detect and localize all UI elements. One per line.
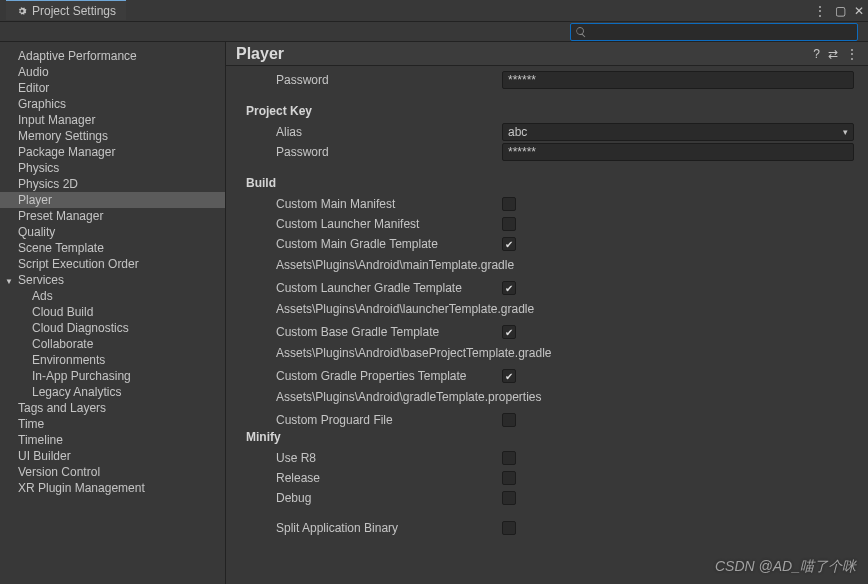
build-option-row: Custom Launcher Gradle Template <box>246 278 854 298</box>
search-row <box>0 22 868 42</box>
close-icon[interactable]: ✕ <box>854 4 864 18</box>
build-option-checkbox[interactable] <box>502 325 516 339</box>
build-option-row: Custom Base Gradle Template <box>246 322 854 342</box>
search-input[interactable] <box>570 23 858 41</box>
sidebar-item[interactable]: Adaptive Performance <box>0 48 225 64</box>
project-key-password-label: Password <box>246 145 502 159</box>
build-option-checkbox[interactable] <box>502 237 516 251</box>
build-option-label: Custom Main Manifest <box>246 197 502 211</box>
sidebar-item-label: Player <box>18 193 52 207</box>
sidebar-item-label: Services <box>18 273 64 287</box>
sidebar-item[interactable]: Player <box>0 192 225 208</box>
split-binary-checkbox[interactable] <box>502 521 516 535</box>
project-key-password-input[interactable]: ****** <box>502 143 854 161</box>
gear-icon <box>16 5 28 17</box>
window-title-label: Project Settings <box>32 4 116 18</box>
project-key-password-row: Password ****** <box>246 142 854 162</box>
build-option-label: Custom Main Gradle Template <box>246 237 502 251</box>
minify-option-checkbox[interactable] <box>502 471 516 485</box>
sidebar-item[interactable]: Version Control <box>0 464 225 480</box>
foldout-icon[interactable]: ▼ <box>5 274 13 290</box>
sidebar-item-label: Version Control <box>18 465 100 479</box>
build-option-label: Custom Base Gradle Template <box>246 325 502 339</box>
build-option-row: Custom Proguard File <box>246 410 854 430</box>
build-heading: Build <box>246 176 854 190</box>
page-header: Player ? ⇄ ⋮ <box>226 42 868 66</box>
build-option-row: Custom Launcher Manifest <box>246 214 854 234</box>
build-option-row: Custom Gradle Properties Template <box>246 366 854 386</box>
sidebar-item[interactable]: Time <box>0 416 225 432</box>
sidebar-item[interactable]: Ads <box>0 288 225 304</box>
sidebar-item-label: Timeline <box>18 433 63 447</box>
sidebar-item[interactable]: Input Manager <box>0 112 225 128</box>
sidebar-item[interactable]: Graphics <box>0 96 225 112</box>
sidebar-item-label: Time <box>18 417 44 431</box>
minify-option-row: Release <box>246 468 854 488</box>
minify-option-checkbox[interactable] <box>502 491 516 505</box>
help-icon[interactable]: ? <box>813 47 820 61</box>
maximize-icon[interactable]: ▢ <box>835 4 846 18</box>
build-option-checkbox[interactable] <box>502 413 516 427</box>
alias-dropdown[interactable]: abc <box>502 123 854 141</box>
sidebar-item[interactable]: Package Manager <box>0 144 225 160</box>
minify-option-row: Debug <box>246 488 854 508</box>
sidebar-item[interactable]: Audio <box>0 64 225 80</box>
sidebar-item[interactable]: Legacy Analytics <box>0 384 225 400</box>
sidebar-item[interactable]: Collaborate <box>0 336 225 352</box>
preset-icon[interactable]: ⇄ <box>828 47 838 61</box>
settings-content: Password ****** Project Key Alias abc Pa… <box>226 66 868 584</box>
sidebar-item[interactable]: XR Plugin Management <box>0 480 225 496</box>
menu-icon[interactable]: ⋮ <box>846 47 858 61</box>
sidebar-item-label: Input Manager <box>18 113 95 127</box>
sidebar-item[interactable]: Cloud Build <box>0 304 225 320</box>
minify-option-label: Use R8 <box>246 451 502 465</box>
sidebar-item-label: Physics <box>18 161 59 175</box>
sidebar-item[interactable]: In-App Purchasing <box>0 368 225 384</box>
sidebar-item[interactable]: Physics <box>0 160 225 176</box>
build-option-path: Assets\Plugins\Android\gradleTemplate.pr… <box>246 388 854 406</box>
sidebar-item-label: Scene Template <box>18 241 104 255</box>
sidebar-item[interactable]: ▼Services <box>0 272 225 288</box>
build-option-checkbox[interactable] <box>502 197 516 211</box>
build-option-checkbox[interactable] <box>502 369 516 383</box>
sidebar-item-label: Audio <box>18 65 49 79</box>
sidebar-item[interactable]: Quality <box>0 224 225 240</box>
build-option-checkbox[interactable] <box>502 281 516 295</box>
sidebar-item[interactable]: Script Execution Order <box>0 256 225 272</box>
sidebar-item-label: Editor <box>18 81 49 95</box>
build-option-path: Assets\Plugins\Android\mainTemplate.grad… <box>246 256 854 274</box>
build-option-row: Custom Main Gradle Template <box>246 234 854 254</box>
sidebar-item[interactable]: Editor <box>0 80 225 96</box>
search-icon <box>575 26 587 38</box>
keystore-password-input[interactable]: ****** <box>502 71 854 89</box>
sidebar-item[interactable]: Preset Manager <box>0 208 225 224</box>
keystore-password-label: Password <box>246 73 502 87</box>
sidebar-item[interactable]: Physics 2D <box>0 176 225 192</box>
sidebar-item[interactable]: Tags and Layers <box>0 400 225 416</box>
minify-option-row: Use R8 <box>246 448 854 468</box>
sidebar-item-label: UI Builder <box>18 449 71 463</box>
project-key-heading: Project Key <box>246 104 854 118</box>
page-title: Player <box>236 45 813 63</box>
build-option-label: Custom Launcher Manifest <box>246 217 502 231</box>
window-tab[interactable]: Project Settings <box>6 0 126 20</box>
sidebar-item[interactable]: Environments <box>0 352 225 368</box>
sidebar-item-label: Tags and Layers <box>18 401 106 415</box>
build-option-label: Custom Proguard File <box>246 413 502 427</box>
keystore-password-row: Password ****** <box>246 70 854 90</box>
sidebar-item[interactable]: Timeline <box>0 432 225 448</box>
sidebar-item[interactable]: Cloud Diagnostics <box>0 320 225 336</box>
options-icon[interactable]: ⋮ <box>814 4 827 18</box>
sidebar-item[interactable]: Memory Settings <box>0 128 225 144</box>
build-option-label: Custom Launcher Gradle Template <box>246 281 502 295</box>
sidebar-item-label: Adaptive Performance <box>18 49 137 63</box>
minify-heading: Minify <box>246 430 854 444</box>
split-binary-row: Split Application Binary <box>246 518 854 538</box>
build-option-checkbox[interactable] <box>502 217 516 231</box>
build-option-row: Custom Main Manifest <box>246 194 854 214</box>
minify-option-checkbox[interactable] <box>502 451 516 465</box>
sidebar-item[interactable]: UI Builder <box>0 448 225 464</box>
sidebar-item[interactable]: Scene Template <box>0 240 225 256</box>
window-titlebar: Project Settings ⋮ ▢ ✕ <box>0 0 868 22</box>
sidebar-item-label: Package Manager <box>18 145 115 159</box>
